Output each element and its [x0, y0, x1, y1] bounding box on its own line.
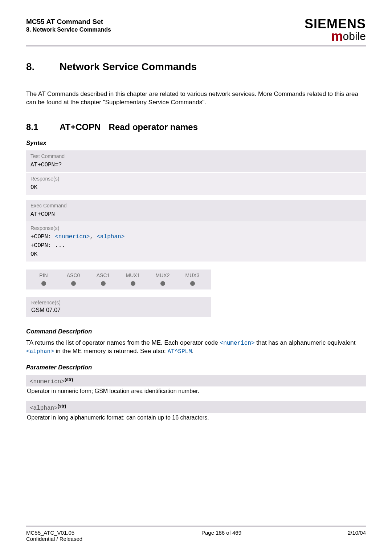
- footer-status: Confidential / Released: [26, 536, 121, 542]
- brand-mobile-rest: obile: [343, 30, 366, 42]
- param-numericn-name: <numericn>: [30, 378, 65, 385]
- section-title: Read operator names: [109, 122, 198, 132]
- footer-left: MC55_ATC_V01.05 Confidential / Released: [26, 530, 121, 542]
- reference-value: GSM 07.07: [31, 307, 206, 313]
- chapter-num: 8.: [26, 61, 60, 73]
- pin-dot-row: [31, 281, 206, 286]
- exec-resp-param2: <alphan>: [97, 234, 124, 240]
- pin-col-pin: PIN: [34, 272, 53, 278]
- cmd-desc-frag: that has an alphanumeric equivalent: [255, 339, 356, 346]
- chapter-intro: The AT Commands described in this chapte…: [26, 90, 366, 107]
- param-alphan-name: <alphan>: [30, 405, 58, 412]
- exec-response-line1: +COPN: <numericn>, <alphan>: [30, 232, 362, 241]
- dot-cell: [123, 281, 142, 286]
- param-type-sup: (str): [65, 377, 73, 382]
- doc-subtitle: 8. Network Service Commands: [26, 26, 111, 33]
- command-description-text: TA returns the list of operator names fr…: [26, 339, 366, 356]
- dot-cell: [34, 281, 53, 286]
- param-alphan-code: <alphan>(str): [30, 405, 66, 412]
- param-numericn-box: <numericn>(str): [26, 375, 366, 386]
- footer-page-number: Page 186 of 469: [121, 530, 322, 542]
- pin-col-mux2: MUX2: [153, 272, 172, 278]
- dot-cell: [94, 281, 113, 286]
- chapter-heading: 8. Network Service Commands: [26, 61, 366, 73]
- test-response-label: Response(s): [30, 176, 362, 182]
- cmd-desc-param2: <alphan>: [26, 348, 54, 355]
- reference-block: Reference(s) GSM 07.07: [26, 297, 211, 317]
- dot-icon: [101, 281, 106, 286]
- dot-icon: [190, 281, 195, 286]
- section-cmd: AT+COPN: [60, 122, 101, 132]
- brand-block: SIEMENS mobile: [305, 17, 366, 43]
- header-divider: [26, 45, 366, 46]
- dot-cell: [64, 281, 83, 286]
- pin-col-mux1: MUX1: [123, 272, 142, 278]
- cmd-desc-frag: .: [192, 348, 194, 355]
- page-footer: MC55_ATC_V01.05 Confidential / Released …: [26, 526, 366, 542]
- cmd-desc-link[interactable]: AT^SPLM: [168, 348, 192, 355]
- dot-icon: [131, 281, 135, 286]
- exec-resp-prefix: +COPN:: [30, 234, 55, 240]
- test-command-box: Test Command AT+COPN=?: [26, 150, 366, 172]
- cmd-desc-frag: TA returns the list of operator names fr…: [26, 339, 220, 346]
- test-command-text: AT+COPN=?: [30, 161, 362, 169]
- footer-doc-version: MC55_ATC_V01.05: [26, 530, 121, 536]
- pin-col-mux3: MUX3: [183, 272, 202, 278]
- page-header: MC55 AT Command Set 8. Network Service C…: [26, 17, 366, 43]
- exec-response-line2: +COPN: ...: [30, 241, 362, 250]
- cmd-desc-param1: <numericn>: [220, 340, 255, 347]
- brand-mobile: mobile: [305, 30, 366, 43]
- test-response-text: OK: [30, 183, 362, 192]
- test-response-box: Response(s) OK: [26, 173, 366, 195]
- parameter-description-heading: Parameter Description: [26, 364, 366, 371]
- exec-command-text: AT+COPN: [30, 210, 362, 219]
- pin-support-block: PIN ASC0 ASC1 MUX1 MUX2 MUX3: [26, 270, 211, 289]
- footer-row: MC55_ATC_V01.05 Confidential / Released …: [26, 530, 366, 542]
- param-type-sup: (str): [58, 403, 66, 408]
- exec-resp-param1: <numericn>: [55, 234, 90, 240]
- section-num: 8.1: [26, 122, 60, 132]
- header-left: MC55 AT Command Set 8. Network Service C…: [26, 17, 111, 33]
- exec-command-label: Exec Command: [30, 203, 362, 208]
- exec-response-label: Response(s): [30, 225, 362, 231]
- dot-icon: [160, 281, 165, 286]
- footer-divider: [26, 526, 366, 527]
- exec-response-ok: OK: [30, 250, 362, 259]
- test-command-label: Test Command: [30, 153, 362, 159]
- section-heading: 8.1 AT+COPN Read operator names: [26, 122, 366, 132]
- dot-cell: [153, 281, 172, 286]
- param-numericn-code: <numericn>(str): [30, 378, 73, 385]
- pin-col-asc1: ASC1: [94, 272, 113, 278]
- exec-command-box: Exec Command AT+COPN: [26, 200, 366, 222]
- dot-icon: [71, 281, 76, 286]
- cmd-desc-frag: in the ME memory is returned. See also:: [54, 348, 168, 355]
- exec-resp-comma: ,: [90, 234, 97, 240]
- footer-date: 2/10/04: [322, 530, 366, 542]
- dot-icon: [41, 281, 46, 286]
- brand-m-glyph: m: [331, 29, 343, 44]
- dot-cell: [183, 281, 202, 286]
- reference-label: Reference(s): [31, 300, 206, 305]
- param-alphan-box: <alphan>(str): [26, 401, 366, 413]
- pin-header-row: PIN ASC0 ASC1 MUX1 MUX2 MUX3: [31, 272, 206, 278]
- pin-col-asc0: ASC0: [64, 272, 83, 278]
- exec-response-box: Response(s) +COPN: <numericn>, <alphan> …: [26, 222, 366, 262]
- param-alphan-desc: Operator in long alphanumeric format; ca…: [27, 414, 366, 421]
- chapter-title: Network Service Commands: [60, 61, 197, 73]
- command-description-heading: Command Description: [26, 328, 366, 335]
- syntax-heading: Syntax: [26, 139, 366, 147]
- doc-title: MC55 AT Command Set: [26, 17, 111, 26]
- param-numericn-desc: Operator in numeric form; GSM location a…: [27, 388, 366, 394]
